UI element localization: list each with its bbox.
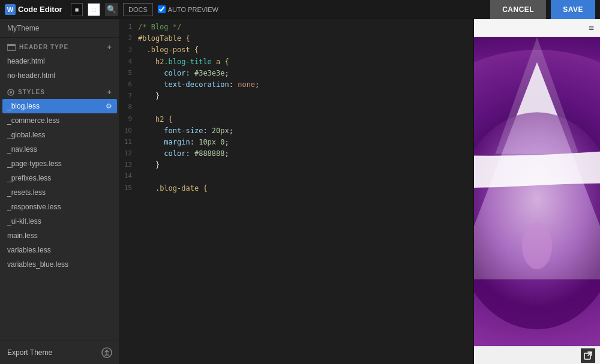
code-line: 3 .blog-post { (120, 44, 473, 56)
line-number: 13 (120, 160, 138, 171)
app-title: Code Editor (18, 5, 62, 14)
code-line: 14 (120, 171, 473, 182)
line-code[interactable]: } (138, 160, 473, 171)
svg-point-9 (522, 222, 552, 269)
view-black-button[interactable]: ■ (71, 3, 83, 16)
line-code[interactable] (138, 102, 473, 113)
sidebar-item-ui-kit-less[interactable]: _ui-kit.less (0, 214, 119, 228)
sidebar-item-commerce-less[interactable]: _commerce.less (0, 113, 119, 128)
code-line: 2#blogTable { (120, 33, 473, 44)
preview-image (474, 37, 600, 346)
code-line: 15 .blog-date { (120, 183, 473, 194)
save-button[interactable]: SAVE (551, 0, 595, 19)
line-code[interactable]: h2 { (138, 114, 473, 125)
svg-rect-1 (7, 44, 16, 46)
line-code[interactable]: color: #3e3e3e; (138, 68, 473, 79)
search-button[interactable]: 🔍 (105, 3, 118, 16)
styles-item-list: _blog.less ⚙ _commerce.less _global.less… (0, 99, 119, 272)
sidebar-item-header-html[interactable]: header.html (0, 54, 119, 68)
hamburger-icon[interactable]: ≡ (589, 23, 594, 34)
code-line: 10 font-size: 20px; (120, 125, 473, 137)
auto-preview-toggle[interactable]: AUTO PREVIEW (158, 5, 218, 13)
line-code[interactable] (138, 171, 473, 182)
code-line: 8 (120, 102, 473, 113)
w-logo-icon: W (5, 4, 16, 15)
preview-pane: ≡ (474, 19, 600, 364)
styles-section-icon (7, 89, 14, 96)
code-line: 4 h2.blog-title a { (120, 56, 473, 68)
preview-topbar: ≡ (474, 19, 600, 37)
preview-footer-bar (474, 346, 600, 364)
external-link-icon (584, 351, 592, 360)
line-number: 10 (120, 125, 138, 137)
line-number: 7 (120, 91, 138, 102)
sidebar-item-variables-blue-less[interactable]: variables_blue.less (0, 257, 119, 272)
sidebar-item-blog-less[interactable]: _blog.less ⚙ (2, 99, 117, 113)
gear-icon[interactable]: ⚙ (106, 102, 112, 110)
code-line: 9 h2 { (120, 114, 473, 125)
sidebar-item-no-header-html[interactable]: no-header.html (0, 68, 119, 83)
header-add-icon[interactable]: + (107, 43, 112, 52)
code-line: 6 text-decoration: none; (120, 79, 473, 91)
line-number: 2 (120, 33, 138, 44)
topbar: W Code Editor ■ □ 🔍 DOCS AUTO PREVIEW CA… (0, 0, 600, 19)
line-code[interactable]: color: #888888; (138, 148, 473, 160)
sidebar-footer: Export Theme (0, 341, 119, 364)
line-code[interactable]: text-decoration: none; (138, 79, 473, 91)
line-code[interactable]: font-size: 20px; (138, 125, 473, 137)
code-line: 1/* Blog */ (120, 22, 473, 33)
line-code[interactable]: #blogTable { (138, 33, 473, 44)
code-pane: 1/* Blog */2#blogTable {3 .blog-post {4 … (120, 19, 474, 364)
code-line: 11 margin: 10px 0; (120, 137, 473, 148)
external-link-button[interactable] (581, 348, 595, 363)
line-number: 15 (120, 183, 138, 194)
code-line: 13 } (120, 160, 473, 171)
sidebar-item-variables-less[interactable]: variables.less (0, 243, 119, 257)
code-line: 12 color: #888888; (120, 148, 473, 160)
styles-section-label: STYLES (7, 89, 45, 96)
styles-section: STYLES + (0, 83, 119, 99)
header-section-label: HEADER TYPE (7, 44, 68, 51)
sidebar-item-main-less[interactable]: main.less (0, 228, 119, 243)
header-section-icon (7, 44, 16, 51)
line-code[interactable]: } (138, 91, 473, 102)
code-editor[interactable]: 1/* Blog */2#blogTable {3 .blog-post {4 … (120, 19, 473, 364)
line-number: 6 (120, 79, 138, 91)
export-label: Export Theme (7, 348, 52, 357)
line-number: 12 (120, 148, 138, 160)
export-theme-button[interactable]: Export Theme (7, 348, 52, 357)
svg-point-3 (10, 91, 12, 94)
sidebar-item-responsive-less[interactable]: _responsive.less (0, 200, 119, 214)
auto-preview-checkbox[interactable] (158, 5, 166, 13)
code-line: 5 color: #3e3e3e; (120, 68, 473, 79)
line-number: 5 (120, 68, 138, 79)
sidebar-item-global-less[interactable]: _global.less (0, 128, 119, 142)
line-code[interactable]: h2.blog-title a { (138, 56, 473, 68)
preview-image-area (474, 37, 600, 346)
sidebar: MyTheme HEADER TYPE + header.html no-hea… (0, 19, 120, 364)
line-code[interactable]: margin: 10px 0; (138, 137, 473, 148)
sidebar-item-page-types-less[interactable]: _page-types.less (0, 157, 119, 171)
header-section: HEADER TYPE + (0, 38, 119, 54)
upload-icon (101, 347, 112, 358)
face-svg (474, 37, 600, 346)
line-number: 1 (120, 22, 138, 33)
cancel-button[interactable]: CANCEL (490, 0, 546, 19)
styles-scroll-area[interactable]: _blog.less ⚙ _commerce.less _global.less… (0, 99, 119, 341)
sidebar-item-resets-less[interactable]: _resets.less (0, 185, 119, 200)
app-logo: W Code Editor (5, 4, 62, 15)
line-code[interactable]: .blog-post { (138, 44, 473, 56)
theme-name: MyTheme (0, 19, 119, 38)
line-code[interactable]: .blog-date { (138, 183, 473, 194)
line-number: 11 (120, 137, 138, 148)
view-white-button[interactable]: □ (88, 3, 100, 16)
line-code[interactable]: /* Blog */ (138, 22, 473, 33)
line-number: 14 (120, 171, 138, 182)
header-item-list: header.html no-header.html (0, 54, 119, 83)
auto-preview-label: AUTO PREVIEW (168, 6, 218, 13)
docs-button[interactable]: DOCS (123, 3, 153, 16)
face-artwork (474, 37, 600, 346)
styles-add-icon[interactable]: + (107, 88, 112, 97)
sidebar-item-prefixes-less[interactable]: _prefixes.less (0, 171, 119, 185)
sidebar-item-nav-less[interactable]: _nav.less (0, 142, 119, 157)
